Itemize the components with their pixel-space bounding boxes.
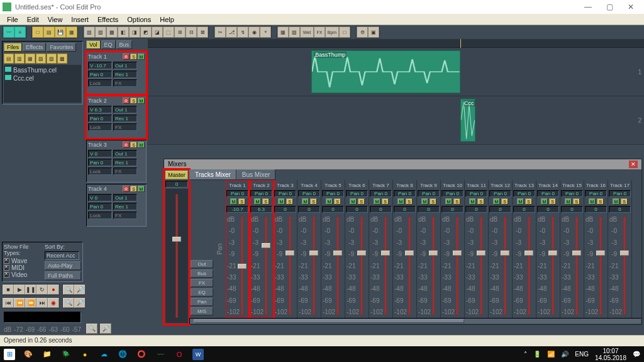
lock-button[interactable]: Lock	[88, 212, 112, 219]
mute-button[interactable]: M	[397, 198, 404, 205]
goto-start-button[interactable]: ⏮	[3, 298, 14, 308]
tool-button[interactable]: ▩	[106, 26, 118, 38]
mute-button[interactable]: M	[374, 198, 380, 205]
volume-value[interactable]: -10.7	[226, 206, 248, 213]
mute-button[interactable]: M	[613, 198, 619, 205]
punch-record-button[interactable]: ◉	[48, 298, 59, 308]
pause-button[interactable]: ❚❚	[25, 285, 36, 295]
solo-button[interactable]: S	[334, 198, 341, 205]
pan-value[interactable]: Pan 0	[274, 190, 296, 197]
tool-button[interactable]: ▨	[95, 26, 106, 38]
volume-value[interactable]: 6.3	[250, 206, 272, 213]
volume-value[interactable]: 0	[561, 206, 583, 213]
tool-button[interactable]: ▧	[289, 26, 300, 38]
volume-value[interactable]: 0	[489, 206, 511, 213]
solo-button[interactable]: S	[358, 198, 365, 205]
track-zoom-in-button[interactable]: 🔍	[86, 324, 97, 334]
record-field[interactable]: Rec 1	[113, 71, 137, 78]
pan-value[interactable]: Pan 0	[489, 190, 511, 197]
playhead-marker[interactable]	[460, 39, 461, 48]
taskbar-app-icon[interactable]: 🌐	[117, 349, 128, 360]
pan-value[interactable]: Pan 0	[418, 190, 440, 197]
solo-button[interactable]: S	[525, 198, 532, 205]
play-loop-button[interactable]: ↻	[36, 285, 48, 295]
solo-button[interactable]: S	[262, 198, 269, 205]
menu-help[interactable]: Help	[155, 16, 179, 23]
solo-button[interactable]: S	[406, 198, 413, 205]
file-list[interactable]: BassThump.cel Ccc.cel	[4, 65, 81, 103]
tool-button[interactable]: ⊟	[186, 26, 197, 38]
solo-button[interactable]: S	[621, 198, 628, 205]
volume-value[interactable]: 0	[513, 206, 535, 213]
pan-value[interactable]: Pan 0	[226, 190, 248, 197]
audio-clip[interactable]: Ccc	[460, 99, 475, 142]
pan-value[interactable]: Pan 0	[513, 190, 535, 197]
tool-button[interactable]: ⌖	[260, 26, 271, 38]
record-field[interactable]: Rec 1	[113, 203, 137, 210]
mute-button[interactable]: M	[302, 198, 309, 205]
mute-button[interactable]: M	[565, 198, 572, 205]
volume-value[interactable]: 0	[585, 206, 607, 213]
close-button[interactable]: ✕	[620, 1, 641, 13]
taskbar-app-icon[interactable]: 🎨	[23, 349, 34, 360]
output-field[interactable]: Out 1	[113, 194, 137, 201]
fx-button[interactable]: FX	[314, 26, 325, 38]
solo-button[interactable]: S	[130, 186, 137, 192]
fader-knob[interactable]	[405, 251, 414, 256]
tool-button[interactable]: ◪	[152, 26, 163, 38]
volume-value[interactable]: 0	[465, 206, 487, 213]
fader-knob[interactable]	[333, 251, 342, 256]
fader-knob[interactable]	[596, 251, 605, 256]
record-arm-button[interactable]: R	[123, 186, 130, 192]
eq-button[interactable]: EQ	[191, 288, 213, 297]
mute-button[interactable]: M	[445, 198, 452, 205]
zoom-out-button[interactable]: 🔎	[74, 285, 86, 295]
audio-clip[interactable]: BassThump	[311, 50, 460, 93]
auto-play-button[interactable]: Auto-Play	[45, 261, 81, 270]
menu-options[interactable]: Options	[123, 16, 155, 23]
pan-value[interactable]: Pan 0	[394, 190, 416, 197]
pan-field[interactable]: Pan 0	[88, 203, 112, 210]
mixer-panel[interactable]: Mixers ✕ Master 0 Tracks Mixer Bus Mixer…	[164, 159, 642, 325]
volume-value[interactable]: 0	[322, 206, 344, 213]
output-field[interactable]: Out 1	[113, 62, 137, 69]
wifi-icon[interactable]: 📶	[547, 351, 555, 358]
pan-value[interactable]: Pan 0	[609, 190, 631, 197]
mute-button[interactable]: M	[138, 142, 145, 148]
notification-icon[interactable]: 💬	[633, 351, 640, 358]
bpm-button[interactable]: Bpm	[325, 26, 339, 38]
menu-edit[interactable]: Edit	[23, 16, 43, 23]
volume-value[interactable]: 0	[609, 206, 631, 213]
volume-value[interactable]: 0	[274, 206, 296, 213]
tool-button[interactable]: ⊞	[174, 26, 186, 38]
solo-button[interactable]: S	[453, 198, 460, 205]
fx-button[interactable]: FX	[113, 79, 137, 87]
solo-button[interactable]: S	[573, 198, 580, 205]
scrollbar-thumb[interactable]	[194, 319, 464, 323]
fader-knob[interactable]	[548, 251, 557, 256]
mute-button[interactable]: M	[326, 198, 333, 205]
taskbar-app-icon[interactable]: 〰	[155, 349, 166, 360]
taskbar-app-icon[interactable]: ☁	[98, 349, 109, 360]
mute-button[interactable]: M	[138, 54, 145, 60]
record-arm-button[interactable]: R	[123, 98, 130, 104]
start-button[interactable]: ⊞	[4, 349, 15, 360]
fader-knob[interactable]	[620, 251, 629, 256]
solo-button[interactable]: S	[597, 198, 604, 205]
pan-value[interactable]: Pan 0	[346, 190, 368, 197]
master-volume[interactable]: 0	[165, 181, 188, 188]
output-field[interactable]: Out 1	[113, 106, 137, 113]
tool-button[interactable]: ▦	[277, 26, 289, 38]
video-checkbox[interactable]	[4, 272, 9, 278]
wet-button[interactable]: Wet	[300, 26, 314, 38]
pan-value[interactable]: Pan 0	[441, 190, 464, 197]
mute-button[interactable]: M	[469, 198, 476, 205]
lock-button[interactable]: Lock	[88, 79, 112, 87]
lock-button[interactable]: Lock	[88, 123, 112, 131]
solo-button[interactable]: S	[130, 98, 137, 104]
tab-effects[interactable]: Effects	[23, 43, 46, 52]
volume-value[interactable]: 0	[418, 206, 440, 213]
record-field[interactable]: Rec 1	[113, 159, 137, 166]
tab-favorites[interactable]: Favorites	[47, 43, 76, 52]
tool-button[interactable]: ↯	[237, 26, 248, 38]
